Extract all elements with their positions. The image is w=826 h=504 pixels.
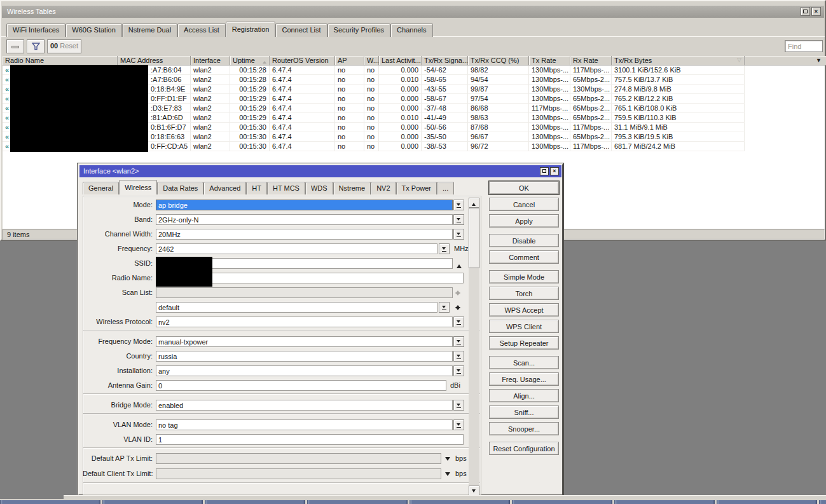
button-wps-accept[interactable]: WPS Accept bbox=[489, 303, 559, 317]
installation-input[interactable]: any bbox=[156, 365, 453, 376]
vlan-mode-input[interactable]: no tag bbox=[156, 419, 453, 430]
button-wps-client[interactable]: WPS Client bbox=[489, 320, 559, 333]
scan-list-default-input[interactable]: default bbox=[156, 302, 437, 313]
bridge-mode-input[interactable]: enabled bbox=[156, 400, 453, 411]
installation-dropdown-button[interactable] bbox=[453, 365, 464, 376]
dialog-close-button[interactable]: × bbox=[550, 167, 559, 175]
button-snooper[interactable]: Snooper... bbox=[489, 422, 559, 435]
scrollbar-thumb[interactable] bbox=[469, 208, 479, 268]
button-sniff[interactable]: Sniff... bbox=[489, 405, 559, 419]
scan-list-default-dropdown-button[interactable] bbox=[439, 302, 450, 313]
wireless-protocol-input[interactable]: nv2 bbox=[156, 317, 453, 327]
dialog-scrollbar[interactable] bbox=[469, 198, 479, 496]
column-select-icon[interactable]: ▼ bbox=[816, 57, 822, 64]
tab-connect-list[interactable]: Connect List bbox=[275, 24, 327, 37]
button-apply[interactable]: Apply bbox=[489, 214, 559, 228]
reset-button[interactable]: 00 Reset bbox=[47, 39, 81, 53]
remove-button[interactable] bbox=[6, 39, 24, 53]
collapse-up-icon[interactable] bbox=[457, 262, 462, 268]
column-header-last_activity[interactable]: Last Activit... bbox=[379, 56, 422, 65]
column-header-tx_rate[interactable]: Tx Rate bbox=[529, 56, 570, 65]
vlan-id-input[interactable]: 1 bbox=[156, 434, 464, 445]
dialog-tab-nv2[interactable]: NV2 bbox=[371, 182, 396, 194]
button-scan[interactable]: Scan... bbox=[489, 356, 559, 369]
scroll-down-button[interactable] bbox=[469, 486, 479, 496]
window-titlebar[interactable]: Wireless Tables × bbox=[2, 6, 824, 18]
scroll-up-button[interactable] bbox=[469, 198, 479, 208]
expand-down-icon[interactable] bbox=[445, 472, 450, 479]
channel-width-input[interactable]: 20MHz bbox=[156, 229, 453, 240]
tab-registration[interactable]: Registration bbox=[226, 22, 276, 37]
column-header-spacer[interactable] bbox=[745, 56, 826, 65]
button-torch[interactable]: Torch bbox=[489, 287, 559, 300]
dialog-tab-ht-mcs[interactable]: HT MCS bbox=[267, 182, 305, 194]
maximize-button[interactable] bbox=[801, 7, 810, 16]
band-input[interactable]: 2GHz-only-N bbox=[156, 214, 453, 225]
button-ok[interactable]: OK bbox=[489, 181, 559, 194]
dialog-tab-advanced[interactable]: Advanced bbox=[203, 182, 246, 194]
button-reset-configuration[interactable]: Reset Configuration bbox=[489, 442, 559, 455]
expand-down-icon[interactable] bbox=[445, 457, 450, 463]
frequency-mode-input[interactable]: manual-txpower bbox=[156, 336, 453, 347]
frequency-input[interactable]: 2462 bbox=[156, 243, 437, 254]
tab-wifi-interfaces[interactable]: WiFi Interfaces bbox=[6, 24, 65, 37]
item-count: 9 items bbox=[7, 231, 29, 238]
button-cancel[interactable]: Cancel bbox=[489, 198, 559, 211]
column-header-w[interactable]: W... bbox=[364, 56, 379, 65]
cell-signal: -58/-67 bbox=[422, 94, 468, 104]
wireless-protocol-dropdown-button[interactable] bbox=[453, 317, 464, 327]
dialog-tab-more[interactable]: ... bbox=[437, 182, 454, 194]
taskbar-buttons[interactable] bbox=[0, 500, 826, 504]
tab-w60g-station[interactable]: W60G Station bbox=[65, 24, 121, 37]
tab-security-profiles[interactable]: Security Profiles bbox=[327, 24, 390, 37]
mode-dropdown-button[interactable] bbox=[453, 200, 464, 210]
button-disable[interactable]: Disable bbox=[489, 234, 559, 247]
column-header-version[interactable]: RouterOS Version bbox=[270, 56, 335, 65]
close-button[interactable]: × bbox=[811, 7, 821, 16]
button-align[interactable]: Align... bbox=[489, 389, 559, 402]
vlan-mode-dropdown-button[interactable] bbox=[453, 419, 464, 430]
dialog-titlebar[interactable]: Interface <wlan2> × bbox=[79, 165, 561, 177]
wireless-protocol-label: Wireless Protocol: bbox=[83, 318, 153, 325]
taskbar[interactable] bbox=[0, 495, 826, 504]
dialog-tab-ht[interactable]: HT bbox=[246, 182, 267, 194]
dialog-tab-data-rates[interactable]: Data Rates bbox=[157, 182, 203, 194]
button-comment[interactable]: Comment bbox=[489, 250, 559, 264]
cell-interface: wlan2 bbox=[191, 123, 230, 132]
mode-input[interactable]: ap bridge bbox=[156, 200, 453, 210]
tab-nstreme-dual[interactable]: Nstreme Dual bbox=[122, 24, 177, 37]
column-header-uptime[interactable]: Uptime bbox=[230, 56, 270, 65]
dialog-maximize-button[interactable] bbox=[540, 167, 549, 175]
find-input[interactable] bbox=[785, 40, 823, 52]
tab-channels[interactable]: Channels bbox=[390, 24, 432, 37]
column-header-ap[interactable]: AP bbox=[335, 56, 364, 65]
frequency-mode-dropdown-button[interactable] bbox=[453, 336, 464, 347]
spinner-icon[interactable] bbox=[455, 303, 462, 313]
cell-interface: wlan2 bbox=[191, 94, 230, 104]
dialog-tab-nstreme[interactable]: Nstreme bbox=[333, 182, 371, 194]
column-header-rx_rate[interactable]: Rx Rate bbox=[570, 56, 612, 65]
dialog-tab-wds[interactable]: WDS bbox=[305, 182, 333, 194]
button-setup-repeater[interactable]: Setup Repeater bbox=[489, 336, 559, 350]
column-header-mac[interactable]: MAC Address bbox=[118, 56, 191, 65]
country-dropdown-button[interactable] bbox=[453, 351, 464, 362]
country-input[interactable]: russia bbox=[156, 351, 453, 362]
column-header-interface[interactable]: Interface bbox=[191, 56, 230, 65]
column-header-ccq[interactable]: Tx/Rx CCQ (%) bbox=[468, 56, 529, 65]
tab-access-list[interactable]: Access List bbox=[177, 24, 226, 37]
band-dropdown-button[interactable] bbox=[453, 214, 464, 225]
column-header-signal[interactable]: Tx/Rx Signa... bbox=[422, 56, 468, 65]
button-freq-usage[interactable]: Freq. Usage... bbox=[489, 372, 559, 386]
channel-width-dropdown-button[interactable] bbox=[453, 229, 464, 240]
bridge-mode-dropdown-button[interactable] bbox=[453, 400, 464, 411]
frequency-dropdown-button[interactable] bbox=[439, 243, 450, 254]
button-simple-mode[interactable]: Simple Mode bbox=[489, 270, 559, 283]
antenna-gain-input[interactable]: 0 bbox=[156, 380, 446, 391]
cell-tx_rate: 130Mbps-... bbox=[529, 65, 570, 75]
dialog-tab-tx-power[interactable]: Tx Power bbox=[396, 182, 437, 194]
column-header-bytes[interactable]: Tx/Rx Bytes▽ bbox=[612, 56, 745, 65]
filter-button[interactable] bbox=[27, 39, 45, 53]
column-header-radio[interactable]: Radio Name bbox=[3, 56, 118, 65]
dialog-tab-wireless[interactable]: Wireless bbox=[119, 180, 157, 194]
dialog-tab-general[interactable]: General bbox=[83, 182, 119, 194]
